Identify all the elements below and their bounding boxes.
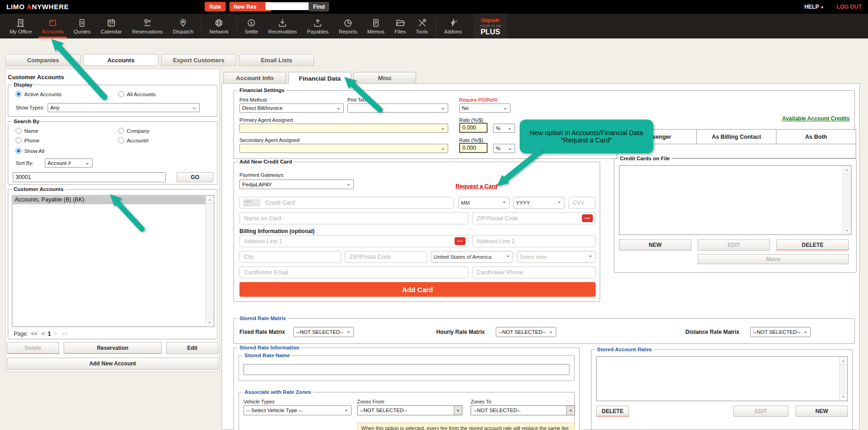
exp-year-select[interactable]: YYYY: [513, 197, 564, 209]
stored-account-rates-list[interactable]: [596, 356, 848, 401]
tab-financial-data[interactable]: Financial Data: [288, 72, 351, 84]
radio-name[interactable]: Name: [16, 126, 38, 135]
rate-button[interactable]: Rate: [205, 2, 226, 11]
radio-company[interactable]: Company: [118, 126, 149, 135]
secondary-agent-select[interactable]: [239, 144, 448, 153]
zones-to-select[interactable]: --NOT SELECTED--: [471, 405, 575, 415]
nav-item-quotes[interactable]: $ Quotes: [69, 14, 96, 38]
nav-item-memos[interactable]: Memos: [362, 14, 390, 38]
page-first[interactable]: <<: [31, 331, 38, 337]
credit-cards-on-file-list[interactable]: [619, 165, 852, 235]
radio-icon[interactable]: [16, 137, 22, 143]
upgrade-plan-box[interactable]: Upgrade YOUR PLAN PLUS: [473, 14, 507, 38]
edit-account-button[interactable]: Edit: [166, 342, 218, 354]
radio-active-accounts[interactable]: Active Accounts: [16, 90, 61, 98]
go-button[interactable]: GO: [177, 172, 213, 182]
radio-show-all[interactable]: Show All: [16, 147, 44, 155]
rate-input-primary[interactable]: [459, 123, 488, 133]
radio-account-number[interactable]: Account#: [118, 136, 149, 144]
help-menu[interactable]: HELP ▼: [804, 4, 824, 10]
radio-icon[interactable]: [16, 148, 22, 154]
nav-item-receivables[interactable]: Receivables: [263, 14, 302, 38]
list-scrollbar[interactable]: [206, 196, 213, 326]
exp-month-select[interactable]: MM: [458, 197, 510, 209]
subtab-export-customers[interactable]: Export Customers: [161, 54, 236, 66]
subtab-accounts[interactable]: Accounts: [83, 54, 158, 66]
request-a-card-link[interactable]: Request a Card: [456, 183, 498, 190]
nav-item-reports[interactable]: Reports: [334, 14, 362, 38]
primary-agent-select[interactable]: [239, 124, 448, 133]
card-edit-button[interactable]: EDIT: [698, 239, 770, 250]
payment-gateways-select[interactable]: PedjaLAPAY: [239, 180, 354, 189]
fixed-rate-matrix-select[interactable]: --NOT SELECTED--: [293, 327, 354, 337]
nav-item-network[interactable]: Network: [204, 14, 233, 38]
rate-delete-button[interactable]: DELETE: [596, 406, 629, 417]
tab-account-info[interactable]: Account Info: [223, 72, 286, 84]
cardholder-phone-input[interactable]: [472, 267, 596, 278]
autofill-icon[interactable]: [582, 214, 593, 222]
card-delete-button[interactable]: DELETE: [776, 239, 849, 250]
pmt-terms-select[interactable]: [347, 103, 448, 113]
stored-rate-name-input[interactable]: [244, 364, 570, 375]
nav-item-files[interactable]: Files: [390, 14, 411, 38]
upgrade-badge[interactable]: Upgrade: [477, 17, 504, 23]
radio-phone[interactable]: Phone: [16, 136, 39, 144]
list-scrollbar[interactable]: [843, 166, 851, 234]
vehicle-types-select[interactable]: -- Select Vehicle Type --: [244, 405, 352, 415]
customer-accounts-list[interactable]: Accounts, Payable (B) (BK): [12, 195, 214, 327]
name-on-card-input[interactable]: [239, 212, 468, 224]
nav-item-tools[interactable]: Tools: [411, 14, 433, 38]
page-last[interactable]: >>: [61, 331, 68, 337]
radio-icon[interactable]: [118, 128, 124, 134]
card-new-button[interactable]: NEW: [619, 239, 691, 250]
new-res-button[interactable]: New Res▼: [229, 2, 271, 11]
subtab-email-lists[interactable]: Email Lists: [239, 54, 314, 66]
rate-unit-select-secondary[interactable]: %: [493, 144, 515, 153]
radio-icon[interactable]: [118, 137, 124, 143]
radio-icon[interactable]: [16, 128, 22, 134]
radio-all-accounts[interactable]: All Accounts: [118, 90, 156, 98]
nav-item-my-office[interactable]: My Office: [5, 14, 37, 38]
global-search-input[interactable]: [266, 2, 309, 10]
radio-icon[interactable]: [16, 91, 22, 97]
nav-item-reservations[interactable]: Reservations: [127, 14, 168, 38]
nav-item-payables[interactable]: Payables: [302, 14, 334, 38]
nav-item-addons[interactable]: Addons: [439, 14, 467, 38]
show-types-select[interactable]: Any: [48, 103, 200, 112]
rate-new-button[interactable]: NEW: [796, 406, 848, 417]
nav-item-dispatch[interactable]: Dispatch: [168, 14, 199, 38]
hourly-rate-matrix-select[interactable]: --NOT SELECTED--: [496, 327, 556, 337]
sort-by-select[interactable]: Account #: [45, 158, 92, 168]
credit-card-number-input[interactable]: [239, 197, 454, 209]
zip-postal2-input[interactable]: [345, 251, 427, 263]
delete-account-button[interactable]: Delete: [7, 342, 59, 354]
zip-postal-input[interactable]: [472, 212, 596, 224]
nav-item-accounts[interactable]: Accounts: [37, 14, 68, 38]
reservation-button[interactable]: Reservation: [64, 342, 162, 354]
available-account-credits-link[interactable]: Available Account Credits: [782, 115, 850, 122]
subtab-companies[interactable]: Companies: [5, 54, 81, 66]
city-input[interactable]: [239, 251, 341, 263]
card-move-button[interactable]: Move: [698, 254, 849, 264]
zones-from-select[interactable]: --NOT SELECTED--: [357, 405, 462, 415]
nav-item-calendar[interactable]: Calendar: [96, 14, 127, 38]
cardholder-email-input[interactable]: [239, 267, 468, 278]
account-search-input[interactable]: [13, 172, 166, 182]
tab-misc[interactable]: Misc: [353, 72, 416, 84]
state-select[interactable]: Select state: [517, 251, 596, 263]
rate-input-secondary[interactable]: [459, 143, 488, 153]
page-prev[interactable]: <: [42, 331, 45, 337]
autofill-icon[interactable]: [455, 237, 466, 245]
pmt-method-select[interactable]: Direct Bill/Invoice: [239, 103, 344, 113]
distance-rate-matrix-select[interactable]: --NOT SELECTED--: [750, 327, 811, 337]
add-new-account-button[interactable]: Add New Account: [7, 358, 218, 370]
list-scrollbar[interactable]: [839, 357, 847, 400]
require-po-select[interactable]: No: [459, 103, 510, 113]
page-next[interactable]: >: [54, 331, 57, 337]
nav-item-settle[interactable]: $ Settle: [239, 14, 263, 38]
address-line2-input[interactable]: [472, 235, 596, 247]
radio-icon[interactable]: [118, 91, 124, 97]
logout-link[interactable]: LOG OUT: [836, 4, 862, 10]
find-button[interactable]: Find: [309, 2, 329, 11]
cvv-input[interactable]: [568, 197, 596, 209]
